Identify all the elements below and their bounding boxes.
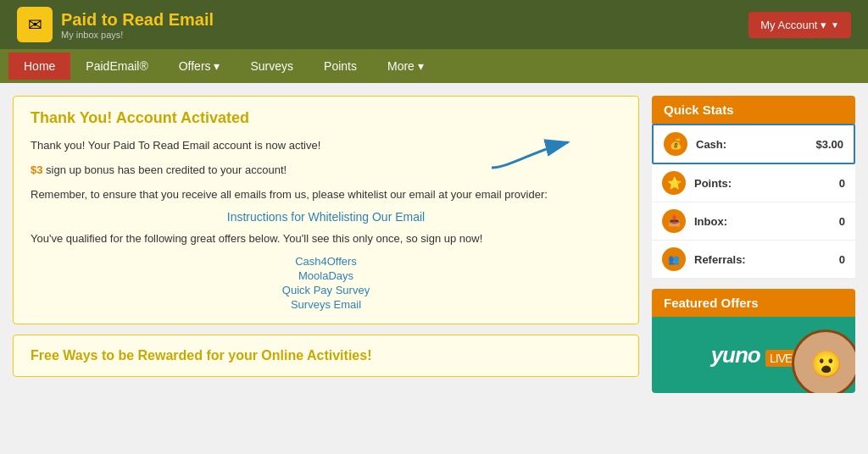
logo-text: Paid to Read Email My inbox pays!	[61, 10, 214, 40]
referrals-value: 0	[839, 253, 845, 266]
nav-surveys[interactable]: Surveys	[235, 53, 309, 80]
main-nav: Home PaidEmail® Offers ▾ Surveys Points …	[0, 49, 868, 83]
activation-line4: You've qualified for the following great…	[31, 230, 621, 248]
coin-icon: 💰	[664, 132, 687, 156]
quick-stats: Quick Stats 💰 Cash: $3.00 ⭐ Points: 0 📥 …	[652, 96, 855, 279]
nav-more[interactable]: More ▾	[372, 53, 439, 80]
site-header: ✉ Paid to Read Email My inbox pays! My A…	[0, 0, 868, 49]
activation-title: Thank You! Account Activated	[31, 109, 621, 127]
featured-offers: Featured Offers yuno LIVE 😮	[652, 289, 855, 393]
offer-surveysemail[interactable]: Surveys Email	[291, 298, 361, 311]
featured-offers-header: Featured Offers	[652, 289, 855, 317]
left-column: Thank You! Account Activated Thank you! …	[13, 96, 639, 441]
nav-paidemail[interactable]: PaidEmail®	[70, 53, 163, 80]
offer-quickpaysurvey[interactable]: Quick Pay Survey	[282, 284, 370, 296]
nav-points[interactable]: Points	[309, 53, 372, 80]
offer-mooladays[interactable]: MoolaDays	[298, 269, 353, 282]
main-content: Thank You! Account Activated Thank you! …	[0, 83, 868, 454]
cash-value: $3.00	[815, 138, 843, 151]
logo-icon: ✉	[17, 7, 53, 42]
activation-line3: Remember, to ensure that you receive all…	[31, 186, 621, 204]
nav-home[interactable]: Home	[8, 53, 70, 80]
activation-line2: $3 sign up bonus has been credited to yo…	[31, 162, 621, 180]
whitelist-link[interactable]: Instructions for Whitelisting Our Email	[227, 210, 425, 224]
stat-row-points: ⭐ Points: 0	[652, 164, 855, 202]
quick-stats-header: Quick Stats	[652, 96, 855, 124]
my-account-button[interactable]: My Account ▾	[748, 12, 851, 38]
yuno-brand: yuno LIVE	[711, 342, 797, 368]
nav-offers[interactable]: Offers ▾	[164, 53, 236, 80]
bonus-amount: $3	[31, 163, 42, 176]
logo-main: Paid to Read Email	[61, 10, 214, 30]
activation-line1: Thank you! Your Paid To Read Email accou…	[31, 137, 621, 155]
activation-box: Thank You! Account Activated Thank you! …	[13, 96, 639, 324]
avatar: 😮	[792, 329, 855, 393]
cash-label: Cash:	[696, 138, 807, 151]
inbox-icon: 📥	[662, 209, 686, 233]
free-ways-box: Free Ways to be Rewarded for your Online…	[13, 335, 639, 377]
free-ways-title: Free Ways to be Rewarded for your Online…	[31, 348, 621, 363]
logo: ✉ Paid to Read Email My inbox pays!	[17, 7, 214, 42]
referrals-label: Referrals:	[694, 253, 831, 266]
inbox-label: Inbox:	[694, 215, 831, 228]
star-icon: ⭐	[662, 171, 686, 195]
offer-cash4offers[interactable]: Cash4Offers	[295, 255, 357, 268]
points-label: Points:	[694, 177, 831, 190]
referrals-icon: 👥	[662, 247, 686, 271]
right-column: Quick Stats 💰 Cash: $3.00 ⭐ Points: 0 📥 …	[652, 96, 855, 441]
stat-row-inbox: 📥 Inbox: 0	[652, 202, 855, 241]
stat-row-cash: 💰 Cash: $3.00	[652, 124, 855, 164]
bonus-text: sign up bonus has been credited to your …	[42, 163, 287, 176]
inbox-value: 0	[839, 215, 845, 228]
offers-list: Cash4Offers MoolaDays Quick Pay Survey S…	[31, 255, 621, 311]
featured-offers-content: yuno LIVE 😮	[652, 317, 855, 393]
logo-sub: My inbox pays!	[61, 30, 214, 40]
points-value: 0	[839, 177, 845, 190]
stat-row-referrals: 👥 Referrals: 0	[652, 241, 855, 279]
whitelist-link-container: Instructions for Whitelisting Our Email	[31, 210, 621, 224]
